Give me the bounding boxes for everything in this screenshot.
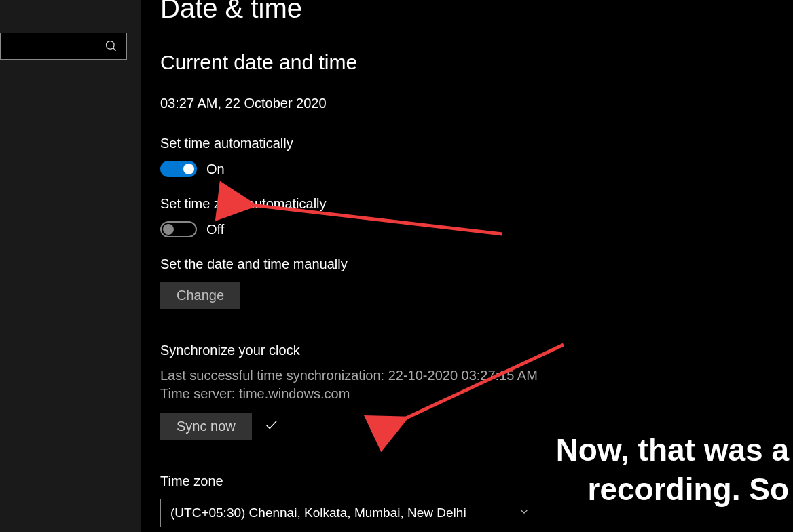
sidebar xyxy=(0,0,141,532)
current-datetime: 03:27 AM, 22 October 2020 xyxy=(160,96,793,111)
svg-point-0 xyxy=(107,41,115,50)
chevron-down-icon xyxy=(518,506,530,520)
search-input[interactable] xyxy=(0,40,105,52)
change-button[interactable]: Change xyxy=(160,282,240,309)
set-time-auto-label: Set time automatically xyxy=(160,136,793,151)
search-box[interactable] xyxy=(0,33,127,60)
page-title: Date & time xyxy=(160,0,793,24)
subtitle-line-1: Now, that was a xyxy=(556,431,789,470)
sync-info: Last successful time synchronization: 22… xyxy=(160,366,793,403)
set-time-auto-toggle[interactable] xyxy=(160,161,197,177)
set-tz-auto-toggle[interactable] xyxy=(160,221,197,238)
timezone-selected: (UTC+05:30) Chennai, Kolkata, Mumbai, Ne… xyxy=(170,506,466,520)
search-icon xyxy=(105,39,118,53)
subtitle-caption: Now, that was a recording. So xyxy=(545,424,793,516)
set-tz-auto-state: Off xyxy=(206,222,224,238)
sync-server-line: Time server: time.windows.com xyxy=(160,385,793,403)
subtitle-line-2: recording. So xyxy=(556,470,789,510)
timezone-dropdown[interactable]: (UTC+05:30) Chennai, Kolkata, Mumbai, Ne… xyxy=(160,499,540,527)
check-icon xyxy=(264,417,279,435)
svg-line-1 xyxy=(113,48,116,51)
sync-now-button[interactable]: Sync now xyxy=(160,413,252,440)
set-tz-auto-label: Set time zone automatically xyxy=(160,196,793,212)
sync-last-line: Last successful time synchronization: 22… xyxy=(160,366,793,385)
set-time-auto-state: On xyxy=(206,162,225,177)
section-title: Current date and time xyxy=(160,51,793,74)
manual-set-label: Set the date and time manually xyxy=(160,256,793,272)
sync-title: Synchronize your clock xyxy=(160,343,793,358)
